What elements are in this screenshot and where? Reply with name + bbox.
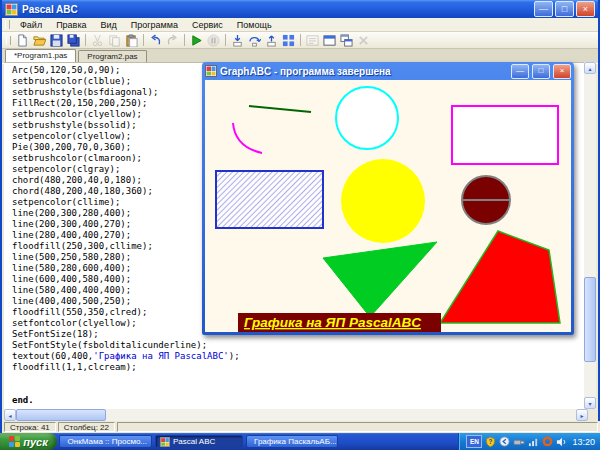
code-line: [12, 373, 588, 384]
graphabc-minimize-button[interactable]: —: [511, 64, 529, 79]
toolbar-separator: [184, 34, 185, 46]
code-line: floodfill(1,1,clcream);: [12, 362, 588, 373]
menu-edit[interactable]: Правка: [49, 20, 93, 30]
internet-explorer-icon: [64, 437, 65, 447]
status-empty: [117, 422, 598, 432]
pascal-abc-icon: [5, 3, 18, 16]
horizontal-scrollbar[interactable]: ◂ ▸: [4, 409, 588, 421]
status-column: Столбец: 22: [58, 422, 115, 432]
step-out-button[interactable]: [263, 33, 280, 47]
toolbar-separator: [143, 34, 144, 46]
security-shield-icon[interactable]: ?: [485, 436, 496, 448]
toolbar-grip: [6, 36, 11, 45]
hatched-rectangle-shape: [216, 171, 323, 228]
language-indicator[interactable]: EN: [466, 435, 482, 448]
taskbar: пуск ОнкМама :: Просмо... Pascal ABC W Г…: [0, 433, 600, 450]
graphics-drawing: Графика на ЯП PascalABC: [205, 80, 571, 332]
vertical-scrollbar[interactable]: ▴ ▾: [584, 62, 596, 409]
toolbar-separator: [85, 34, 86, 46]
code-line: SetFontStyle(fsbolditalicunderline);: [12, 340, 588, 351]
close-file-button[interactable]: [355, 33, 372, 47]
scroll-right-icon[interactable]: ▸: [576, 409, 588, 421]
graphabc-close-button[interactable]: ×: [553, 64, 571, 79]
close-button[interactable]: ×: [576, 1, 595, 17]
status-bar: Строка: 41 Столбец: 22: [4, 421, 600, 433]
graphabc-icon: [205, 65, 217, 77]
graphabc-window-title: GraphABC - программа завершена: [220, 66, 508, 77]
menu-service[interactable]: Сервис: [185, 20, 230, 30]
menu-file[interactable]: Файл: [13, 20, 49, 30]
taskbar-button-pascal-abc[interactable]: Pascal ABC: [155, 435, 243, 448]
menu-view[interactable]: Вид: [94, 20, 124, 30]
show-form-button[interactable]: [321, 33, 338, 47]
step-into-button[interactable]: [229, 33, 246, 47]
start-button[interactable]: пуск: [0, 433, 57, 450]
taskbar-button-browser[interactable]: ОнкМама :: Просмо...: [59, 435, 152, 448]
menu-grip: [5, 20, 10, 29]
cut-button[interactable]: [89, 33, 106, 47]
modules-button[interactable]: [280, 33, 297, 47]
run-button[interactable]: [188, 33, 205, 47]
clock: 13:20: [572, 437, 595, 447]
scroll-left-icon[interactable]: ◂: [4, 409, 16, 421]
windows-logo-icon: [9, 436, 20, 447]
code-line: textout(60,400,'Графика на ЯП PascalABC'…: [12, 351, 588, 362]
graphabc-title-bar[interactable]: GraphABC - программа завершена — □ ×: [202, 62, 574, 80]
save-file-button[interactable]: [48, 33, 65, 47]
cascade-windows-button[interactable]: [338, 33, 355, 47]
status-line: Строка: 41: [4, 422, 56, 432]
network-signal-icon[interactable]: [528, 437, 539, 447]
new-file-button[interactable]: [14, 33, 31, 47]
toolbar-separator: [300, 34, 301, 46]
usb-device-icon[interactable]: [513, 437, 525, 447]
code-line: end.: [12, 395, 588, 406]
save-all-button[interactable]: [65, 33, 82, 47]
pause-button[interactable]: [205, 33, 222, 47]
maximize-button[interactable]: □: [555, 1, 574, 17]
redo-button[interactable]: [164, 33, 181, 47]
scroll-up-icon[interactable]: ▴: [584, 62, 596, 74]
paste-button[interactable]: [123, 33, 140, 47]
graphabc-canvas: Графика на ЯП PascalABC: [205, 80, 571, 332]
graphabc-maximize-button[interactable]: □: [532, 64, 550, 79]
antivirus-icon[interactable]: [542, 436, 553, 447]
code-line: [12, 384, 588, 395]
tab-program1[interactable]: *Program1.pas: [5, 49, 76, 63]
volume-icon[interactable]: [556, 437, 567, 447]
taskbar-button-label: Pascal ABC: [173, 437, 215, 446]
taskbar-button-label: Графика ПаскальАБ...: [254, 437, 337, 446]
menu-bar: Файл Правка Вид Программа Сервис Помощь: [2, 18, 598, 32]
start-label: пуск: [23, 436, 48, 448]
evaluate-button[interactable]: [304, 33, 321, 47]
magenta-rectangle-shape: [452, 106, 558, 164]
banner-text: Графика на ЯП PascalABC: [244, 315, 421, 330]
title-bar: Pascal ABC — □ ×: [2, 0, 598, 18]
vertical-scroll-thumb[interactable]: [584, 277, 596, 362]
window-title: Pascal ABC: [22, 4, 530, 15]
menu-help[interactable]: Помощь: [230, 20, 279, 30]
undo-button[interactable]: [147, 33, 164, 47]
horizontal-scroll-thumb[interactable]: [16, 409, 106, 421]
system-tray: EN ? 13:20: [458, 433, 600, 450]
taskbar-button-label: ОнкМама :: Просмо...: [68, 437, 147, 446]
pascal-abc-taskbar-icon: [160, 437, 170, 447]
graphabc-window: GraphABC - программа завершена — □ ×: [202, 62, 574, 335]
scroll-down-icon[interactable]: ▾: [584, 397, 596, 409]
cyan-circle-shape: [336, 87, 398, 149]
step-over-button[interactable]: [246, 33, 263, 47]
yellow-pie-shape: [341, 159, 425, 243]
toolbar: [2, 32, 598, 49]
menu-program[interactable]: Программа: [124, 20, 185, 30]
copy-button[interactable]: [106, 33, 123, 47]
toolbar-separator: [225, 34, 226, 46]
svg-text:?: ?: [489, 438, 493, 445]
minimize-button[interactable]: —: [534, 1, 553, 17]
open-file-button[interactable]: [31, 33, 48, 47]
taskbar-button-word-document[interactable]: W Графика ПаскальАБ...: [246, 435, 338, 448]
hide-icons-icon[interactable]: [499, 436, 510, 447]
